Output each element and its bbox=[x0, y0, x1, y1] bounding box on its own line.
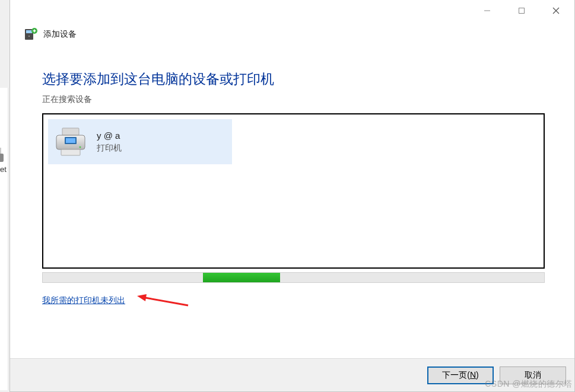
search-progress bbox=[42, 272, 545, 283]
titlebar bbox=[10, 0, 574, 21]
device-list[interactable]: y @ a 打印机 bbox=[42, 113, 545, 269]
dialog-content: 选择要添加到这台电脑的设备或打印机 正在搜索设备 bbox=[10, 42, 574, 308]
svg-rect-17 bbox=[61, 149, 80, 155]
sub-heading: 正在搜索设备 bbox=[42, 94, 545, 105]
progress-chunk bbox=[203, 273, 280, 282]
svg-rect-13 bbox=[62, 128, 79, 135]
svg-rect-0 bbox=[0, 148, 1, 154]
svg-rect-1 bbox=[0, 154, 4, 162]
svg-rect-4 bbox=[519, 8, 525, 14]
next-button-suffix: ) bbox=[476, 370, 479, 380]
background-label: et bbox=[0, 165, 7, 174]
svg-point-18 bbox=[80, 146, 81, 148]
svg-marker-20 bbox=[137, 294, 147, 301]
svg-point-9 bbox=[28, 36, 30, 37]
next-button[interactable]: 下一页(N) bbox=[427, 366, 494, 384]
next-button-accel: N bbox=[470, 370, 476, 380]
device-text: y @ a 打印机 bbox=[97, 130, 122, 154]
printer-not-listed-link[interactable]: 我所需的打印机未列出 bbox=[42, 295, 125, 306]
printer-icon bbox=[53, 126, 88, 158]
background-window-edge: et bbox=[0, 88, 8, 390]
link-row: 我所需的打印机未列出 bbox=[42, 294, 545, 308]
next-button-prefix: 下一页( bbox=[442, 370, 470, 380]
svg-rect-16 bbox=[66, 138, 75, 143]
svg-line-19 bbox=[142, 297, 188, 305]
minimize-button[interactable] bbox=[470, 0, 504, 21]
dialog-header: 添加设备 bbox=[10, 21, 574, 42]
dialog-title: 添加设备 bbox=[43, 29, 77, 40]
svg-rect-8 bbox=[26, 30, 32, 33]
add-device-icon bbox=[23, 27, 37, 42]
close-button[interactable] bbox=[539, 0, 573, 21]
maximize-button[interactable] bbox=[504, 0, 539, 21]
dialog-footer: 下一页(N) 取消 bbox=[10, 358, 574, 391]
close-icon bbox=[552, 7, 560, 15]
add-device-dialog: 添加设备 选择要添加到这台电脑的设备或打印机 正在搜索设备 bbox=[9, 0, 575, 392]
minimize-icon bbox=[484, 7, 491, 14]
device-item[interactable]: y @ a 打印机 bbox=[48, 119, 232, 164]
main-heading: 选择要添加到这台电脑的设备或打印机 bbox=[42, 70, 545, 88]
device-type: 打印机 bbox=[97, 143, 122, 154]
maximize-icon bbox=[518, 7, 525, 14]
device-name: y @ a bbox=[97, 130, 122, 141]
annotation-arrow-icon bbox=[137, 294, 190, 308]
cancel-button[interactable]: 取消 bbox=[500, 366, 566, 384]
background-printer-thumb bbox=[0, 144, 6, 168]
